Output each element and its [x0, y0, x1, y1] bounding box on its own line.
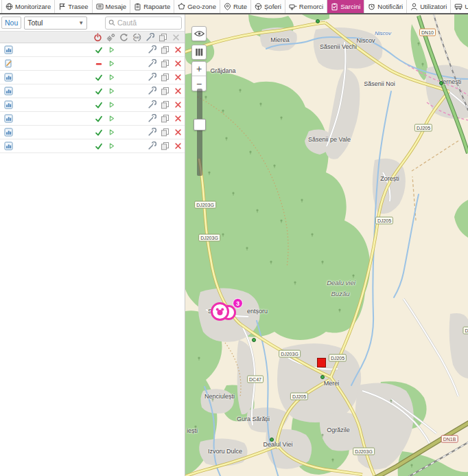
nav-item-mesaje[interactable]: Mesaje [92, 0, 130, 13]
execute-icon[interactable] [105, 101, 118, 109]
nav-item-label: Rapoarte [143, 3, 170, 10]
map-container[interactable]: MiereaSăsenii VechiNiscovNiscovSăsenii N… [185, 14, 468, 476]
nav-item-label: Notificări [377, 3, 403, 10]
report-icon [134, 3, 141, 10]
alert-square-marker[interactable] [317, 358, 326, 367]
nav-item-sarcini[interactable]: Sarcini [327, 0, 364, 13]
report-chart-icon [2, 141, 14, 150]
task-row[interactable] [0, 112, 185, 126]
delete-icon[interactable] [172, 46, 185, 54]
map-label-sa-senii-vechi: Săsenii Vechi [320, 43, 357, 50]
zoom-in-button[interactable]: + [192, 62, 206, 76]
duplicate-icon[interactable] [159, 59, 172, 68]
filter-select[interactable]: Totul ▼ [24, 16, 87, 30]
column-copy-icon[interactable] [156, 33, 169, 42]
report-chart-icon [2, 100, 14, 109]
nav-item-trasee[interactable]: Trasee [54, 0, 91, 13]
nav-item-notifica-ri[interactable]: Notificări [364, 0, 406, 13]
duplicate-icon[interactable] [159, 73, 172, 82]
poi-dot [316, 19, 320, 23]
edit-wrench-icon[interactable] [145, 73, 159, 82]
duplicate-icon[interactable] [159, 100, 172, 109]
delete-icon[interactable] [172, 73, 185, 81]
column-wrench-icon[interactable] [143, 33, 156, 42]
execute-icon[interactable] [105, 128, 118, 136]
task-row[interactable] [0, 43, 185, 57]
nav-item-label: Unități [465, 3, 468, 10]
nav-item-remorci[interactable]: Remorci [285, 0, 327, 13]
duplicate-icon[interactable] [159, 114, 172, 123]
visibility-eye-button[interactable] [191, 26, 207, 41]
poi-dot [439, 81, 443, 85]
duplicate-icon[interactable] [159, 128, 172, 137]
svg-text:MAX: MAX [134, 36, 140, 39]
new-task-button[interactable]: Nou [1, 16, 21, 29]
route-flag-icon [58, 3, 66, 10]
alarm-icon [368, 3, 375, 10]
edit-wrench-icon[interactable] [145, 141, 159, 150]
road-badge-dn10: DN10 [419, 29, 436, 36]
nav-item-label: Trasee [68, 3, 88, 10]
execute-icon[interactable] [105, 73, 118, 81]
poi-dot [252, 338, 256, 342]
task-row[interactable] [0, 84, 185, 98]
task-row[interactable] [0, 126, 185, 139]
edit-wrench-icon[interactable] [145, 87, 159, 95]
column-power-icon[interactable] [91, 33, 104, 42]
status-enabled-icon [92, 128, 105, 137]
unit-marker[interactable] [211, 302, 229, 321]
timeline-slider-track[interactable] [197, 89, 202, 176]
delete-icon[interactable] [172, 115, 185, 122]
delete-icon[interactable] [172, 101, 185, 109]
nav-item-unita-t-i[interactable]: Unități [450, 0, 468, 13]
nav-item-rapoarte[interactable]: Rapoarte [130, 0, 174, 13]
column-refresh-icon[interactable] [117, 33, 130, 42]
execute-icon[interactable] [105, 115, 118, 122]
road-badge-dn1b: DN1B [441, 435, 458, 443]
tasks-table-header: MAX [0, 32, 185, 43]
execute-icon[interactable] [105, 46, 118, 54]
delete-icon[interactable] [172, 142, 185, 150]
globe-icon [5, 3, 13, 10]
task-row[interactable] [0, 98, 185, 112]
nav-item-monitorizare[interactable]: Monitorizare [1, 0, 54, 13]
layers-icon [195, 48, 203, 56]
layers-button[interactable] [191, 45, 207, 60]
nav-item-utilizatori[interactable]: Utilizatori [406, 0, 450, 13]
delete-icon[interactable] [172, 87, 185, 95]
nav-item-label: Geo-zone [187, 3, 216, 10]
duplicate-icon[interactable] [159, 87, 172, 95]
search-input[interactable] [117, 19, 178, 27]
execute-icon[interactable] [105, 142, 118, 150]
tasks-table-body [0, 43, 185, 476]
road-badge-dj205: DJ205 [290, 393, 308, 400]
duplicate-icon[interactable] [159, 45, 172, 54]
duplicate-icon[interactable] [159, 141, 172, 150]
cluster-count-badge[interactable]: 3 [233, 298, 243, 308]
timeline-slider-handle[interactable] [194, 119, 206, 131]
task-row[interactable] [0, 139, 185, 153]
edit-wrench-icon[interactable] [145, 114, 159, 123]
edit-wrench-icon[interactable] [145, 45, 159, 54]
search-box [105, 16, 182, 30]
task-row[interactable] [0, 71, 185, 84]
road-badge-dj203g: DJ203G [194, 201, 216, 209]
edit-wrench-icon[interactable] [145, 59, 159, 68]
column-max-icon[interactable]: MAX [130, 33, 143, 42]
nav-item-rute[interactable]: Rute [220, 0, 250, 13]
nav-item-geo-zone[interactable]: Geo-zone [174, 0, 220, 13]
delete-icon[interactable] [172, 60, 185, 67]
status-enabled-icon [92, 142, 105, 150]
column-close-icon[interactable] [169, 34, 183, 41]
task-row[interactable] [0, 57, 185, 71]
execute-icon[interactable] [105, 60, 118, 67]
edit-wrench-icon[interactable] [145, 128, 159, 137]
nav-item-s-oferi[interactable]: Șoferi [250, 0, 285, 13]
report-chart-icon [2, 128, 14, 137]
poi-dot [320, 375, 325, 379]
column-gears-icon[interactable] [104, 33, 117, 42]
map-label-mierea: Mierea [270, 36, 290, 43]
execute-icon[interactable] [105, 87, 118, 95]
edit-wrench-icon[interactable] [145, 100, 159, 109]
delete-icon[interactable] [172, 128, 185, 136]
